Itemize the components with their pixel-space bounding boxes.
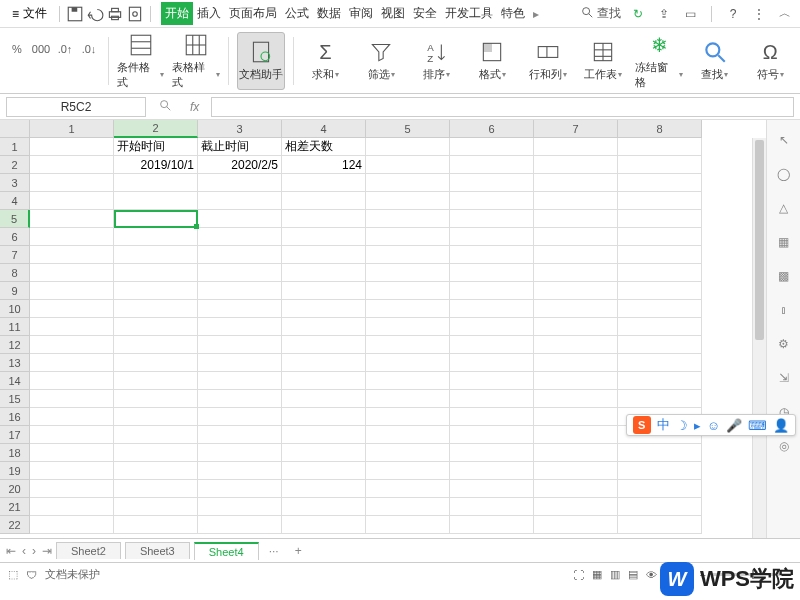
- cell[interactable]: [534, 228, 618, 246]
- cell[interactable]: [282, 444, 366, 462]
- cell[interactable]: [618, 264, 702, 282]
- cell[interactable]: [366, 228, 450, 246]
- cell[interactable]: [282, 228, 366, 246]
- cell[interactable]: [366, 246, 450, 264]
- cell[interactable]: [618, 138, 702, 156]
- cell[interactable]: [282, 480, 366, 498]
- cell[interactable]: 2019/10/1: [114, 156, 198, 174]
- freeze-button[interactable]: ❄ 冻结窗格▾: [635, 32, 683, 90]
- cell[interactable]: [450, 138, 534, 156]
- cell[interactable]: [450, 480, 534, 498]
- cell[interactable]: [282, 354, 366, 372]
- cell[interactable]: [366, 444, 450, 462]
- cell[interactable]: [198, 354, 282, 372]
- shape-icon[interactable]: ◯: [774, 164, 794, 184]
- cell[interactable]: [198, 516, 282, 534]
- tabs-overflow-icon[interactable]: ▸: [529, 7, 543, 21]
- cell[interactable]: [114, 462, 198, 480]
- cell[interactable]: [618, 228, 702, 246]
- cell[interactable]: [282, 318, 366, 336]
- scrollbar-thumb[interactable]: [755, 140, 764, 340]
- export-icon[interactable]: ⇲: [774, 368, 794, 388]
- select-all-corner[interactable]: [0, 120, 30, 138]
- tab-devtools[interactable]: 开发工具: [441, 2, 497, 25]
- cell[interactable]: [282, 390, 366, 408]
- row-header[interactable]: 3: [0, 174, 30, 192]
- col-header[interactable]: 4: [282, 120, 366, 138]
- col-header[interactable]: 5: [366, 120, 450, 138]
- cell[interactable]: [198, 336, 282, 354]
- cell[interactable]: 2020/2/5: [198, 156, 282, 174]
- cell[interactable]: [534, 264, 618, 282]
- cell[interactable]: [534, 372, 618, 390]
- cell[interactable]: [450, 354, 534, 372]
- cell[interactable]: [114, 516, 198, 534]
- sheet-last-icon[interactable]: ⇥: [42, 544, 52, 558]
- cell[interactable]: [30, 354, 114, 372]
- row-header[interactable]: 11: [0, 318, 30, 336]
- cell[interactable]: [30, 300, 114, 318]
- cell[interactable]: [534, 246, 618, 264]
- view-break-icon[interactable]: ▤: [628, 568, 638, 581]
- cell[interactable]: [450, 372, 534, 390]
- cell[interactable]: [114, 210, 198, 228]
- cell[interactable]: [534, 462, 618, 480]
- row-header[interactable]: 14: [0, 372, 30, 390]
- name-box[interactable]: R5C2: [6, 97, 146, 117]
- cell[interactable]: [618, 372, 702, 390]
- ime-toolbar[interactable]: S 中 ☽ ▸ ☺ 🎤 ⌨ 👤: [626, 414, 796, 436]
- undo-icon[interactable]: [86, 5, 104, 23]
- tab-layout[interactable]: 页面布局: [225, 2, 281, 25]
- cell[interactable]: [282, 498, 366, 516]
- cell[interactable]: [30, 426, 114, 444]
- cell[interactable]: [198, 318, 282, 336]
- cell[interactable]: [30, 372, 114, 390]
- cell[interactable]: [30, 390, 114, 408]
- row-header[interactable]: 5: [0, 210, 30, 228]
- cell[interactable]: [30, 318, 114, 336]
- cell[interactable]: [114, 264, 198, 282]
- col-header[interactable]: 1: [30, 120, 114, 138]
- cell[interactable]: [618, 192, 702, 210]
- cell[interactable]: [618, 390, 702, 408]
- cell[interactable]: [366, 264, 450, 282]
- layout-icon[interactable]: ⬚: [8, 568, 18, 581]
- cell[interactable]: [618, 318, 702, 336]
- view-normal-icon[interactable]: ▦: [592, 568, 602, 581]
- cell[interactable]: [534, 318, 618, 336]
- cell[interactable]: [450, 300, 534, 318]
- rowcol-button[interactable]: 行和列▾: [524, 32, 572, 90]
- row-header[interactable]: 9: [0, 282, 30, 300]
- cell[interactable]: [366, 210, 450, 228]
- cell[interactable]: 截止时间: [198, 138, 282, 156]
- fx-icon[interactable]: fx: [184, 100, 205, 114]
- cell[interactable]: [618, 282, 702, 300]
- target-icon[interactable]: ◎: [774, 436, 794, 456]
- cell[interactable]: [534, 498, 618, 516]
- format-button[interactable]: 格式▾: [468, 32, 516, 90]
- cell[interactable]: [366, 426, 450, 444]
- grid-icon[interactable]: ▩: [774, 266, 794, 286]
- cell[interactable]: [30, 516, 114, 534]
- sort-button[interactable]: AZ 排序▾: [413, 32, 461, 90]
- tab-safety[interactable]: 安全: [409, 2, 441, 25]
- cursor-icon[interactable]: ↖: [774, 130, 794, 150]
- cell[interactable]: 124: [282, 156, 366, 174]
- cell[interactable]: [30, 246, 114, 264]
- moon-icon[interactable]: ☽: [676, 418, 688, 433]
- cell[interactable]: [30, 408, 114, 426]
- cell[interactable]: [198, 480, 282, 498]
- cell[interactable]: [198, 408, 282, 426]
- cell[interactable]: [534, 282, 618, 300]
- tab-start[interactable]: 开始: [161, 2, 193, 25]
- cell[interactable]: [114, 498, 198, 516]
- row-header[interactable]: 1: [0, 138, 30, 156]
- cell[interactable]: [198, 192, 282, 210]
- collapse-ribbon-icon[interactable]: ︿: [776, 5, 794, 23]
- cell[interactable]: [366, 390, 450, 408]
- cell[interactable]: [534, 516, 618, 534]
- cell[interactable]: [450, 444, 534, 462]
- cell[interactable]: [114, 246, 198, 264]
- more-icon[interactable]: ⋮: [750, 5, 768, 23]
- cell[interactable]: [534, 426, 618, 444]
